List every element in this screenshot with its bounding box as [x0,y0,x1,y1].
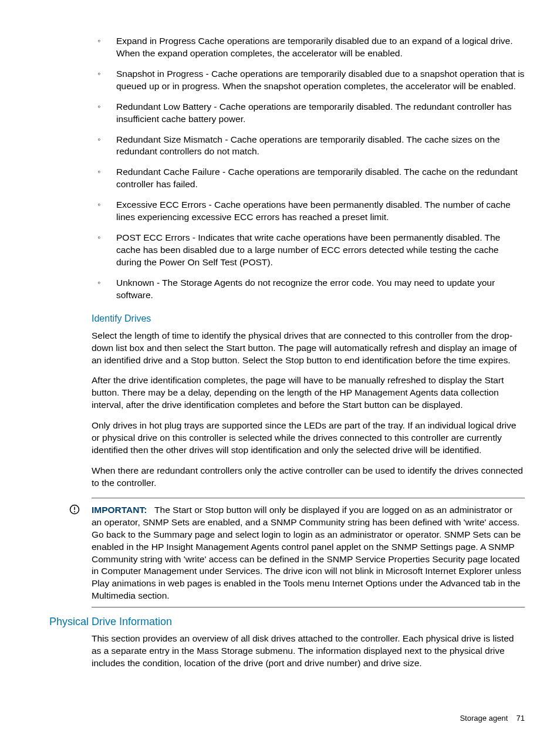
divider [92,498,525,498]
list-item: POST ECC Errors - Indicates that write c… [92,232,525,269]
cache-status-list: Expand in Progress Cache operations are … [92,35,525,302]
list-item: Excessive ECC Errors - Cache operations … [92,199,525,224]
body-paragraph: Only drives in hot plug trays are suppor… [92,420,525,457]
divider [92,607,525,607]
important-icon [69,504,80,515]
list-item: Redundant Cache Failure - Cache operatio… [92,166,525,191]
footer-page-number: 71 [517,714,525,723]
list-item: Snapshot in Progress - Cache operations … [92,68,525,93]
body-paragraph: After the drive identification completes… [92,374,525,411]
identify-drives-heading: Identify Drives [92,313,525,324]
important-label: IMPORTANT: [92,505,147,515]
body-paragraph: Select the length of time to identify th… [92,330,525,367]
list-item: Unknown - The Storage Agents do not reco… [92,277,525,302]
physical-drive-heading: Physical Drive Information [49,616,525,628]
body-paragraph: When there are redundant controllers onl… [92,465,525,490]
list-item: Redundant Size Mismatch - Cache operatio… [92,134,525,158]
important-body: The Start or Stop button will only be di… [92,505,521,600]
page-footer: Storage agent 71 [460,714,525,723]
svg-point-2 [74,511,75,512]
footer-section: Storage agent [460,714,508,723]
list-item: Redundant Low Battery - Cache operations… [92,101,525,126]
list-item: Expand in Progress Cache operations are … [92,35,525,60]
body-paragraph: This section provides an overview of all… [92,633,525,670]
important-callout: IMPORTANT: The Start or Stop button will… [92,504,525,602]
important-text: IMPORTANT: The Start or Stop button will… [92,504,525,602]
